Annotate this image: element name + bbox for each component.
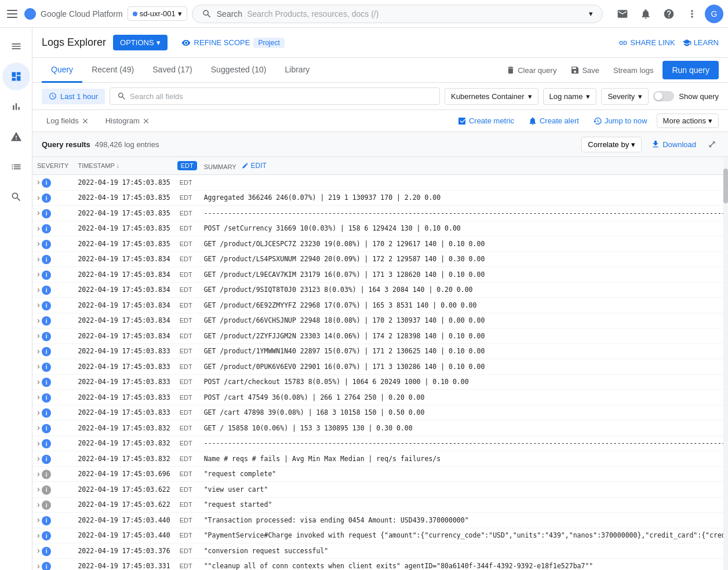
table-row[interactable]: › i 2022-04-19 17:45:03.835 EDT --------… <box>32 206 728 221</box>
project-selector[interactable]: sd-uxr-001 ▾ <box>128 6 187 21</box>
expand-button[interactable]: ⤢ <box>705 136 719 153</box>
jump-to-now-button[interactable]: Jump to now <box>588 114 652 128</box>
expand-arrow[interactable]: › <box>37 193 40 202</box>
hamburger-menu[interactable] <box>5 7 19 21</box>
table-row[interactable]: › i 2022-04-19 17:45:03.834 EDT GET /pro… <box>32 251 728 267</box>
sidebar-search-icon[interactable] <box>2 183 30 211</box>
share-link-button[interactable]: SHARE LINK <box>618 38 675 48</box>
expand-arrow[interactable]: › <box>37 454 40 463</box>
show-query-toggle[interactable]: Show query <box>653 91 719 101</box>
search-expand-icon[interactable]: ▾ <box>589 9 593 18</box>
clear-query-button[interactable]: Clear query <box>501 63 561 77</box>
table-row[interactable]: › i 2022-04-19 17:45:03.622 EDT "view us… <box>32 482 728 498</box>
expand-arrow[interactable]: › <box>37 177 40 187</box>
expand-arrow[interactable]: › <box>37 469 40 478</box>
table-row[interactable]: › i 2022-04-19 17:45:03.835 EDT Aggregat… <box>32 190 728 206</box>
tab-recent[interactable]: Recent (49) <box>82 58 143 83</box>
kubernetes-filter-chip[interactable]: Kubernetes Container ▾ <box>445 88 538 105</box>
email-icon-btn[interactable] <box>612 3 633 24</box>
expand-arrow[interactable]: › <box>37 392 40 401</box>
expand-arrow[interactable]: › <box>37 361 40 371</box>
expand-arrow[interactable]: › <box>37 515 40 524</box>
table-row[interactable]: › i 2022-04-19 17:45:03.696 EDT "request… <box>32 466 728 482</box>
expand-arrow[interactable]: › <box>37 269 40 279</box>
create-alert-button[interactable]: Create alert <box>523 114 584 128</box>
scrollbar-thumb[interactable] <box>723 169 728 203</box>
table-row[interactable]: › i 2022-04-19 17:45:03.376 EDT "convers… <box>32 543 728 559</box>
download-button[interactable]: Download <box>646 137 701 152</box>
table-row[interactable]: › i 2022-04-19 17:45:03.834 EDT GET /pro… <box>32 282 728 298</box>
severity-filter-chip[interactable]: Severity ▾ <box>601 88 649 105</box>
table-row[interactable]: › i 2022-04-19 17:45:03.622 EDT "request… <box>32 497 728 513</box>
expand-arrow[interactable]: › <box>37 500 40 509</box>
expand-arrow[interactable]: › <box>37 408 40 417</box>
expand-arrow[interactable]: › <box>37 285 40 294</box>
sidebar-bar-chart-icon[interactable] <box>2 93 30 120</box>
stream-logs-button[interactable]: Stream logs <box>609 64 658 77</box>
options-button[interactable]: OPTIONS ▾ <box>113 35 168 50</box>
sidebar-dashboard-icon[interactable] <box>2 63 30 90</box>
run-query-button[interactable]: Run query <box>663 61 719 79</box>
table-row[interactable]: › i 2022-04-19 17:45:03.833 EDT GET /pro… <box>32 359 728 375</box>
table-row[interactable]: › i 2022-04-19 17:45:03.833 EDT GET /car… <box>32 405 728 421</box>
histogram-button[interactable]: Histogram <box>101 114 155 127</box>
table-row[interactable]: › i 2022-04-19 17:45:03.834 EDT GET /pro… <box>32 298 728 313</box>
tab-library[interactable]: Library <box>276 58 319 83</box>
expand-arrow[interactable]: › <box>37 377 40 386</box>
table-row[interactable]: › i 2022-04-19 17:45:03.835 EDT POST /se… <box>32 221 728 236</box>
sidebar-alert-icon[interactable] <box>2 123 30 151</box>
expand-arrow[interactable]: › <box>37 316 40 325</box>
tab-query[interactable]: Query <box>42 58 82 83</box>
tab-saved[interactable]: Saved (17) <box>143 58 201 83</box>
table-row[interactable]: › i 2022-04-19 17:45:03.832 EDT --------… <box>32 436 728 451</box>
expand-arrow[interactable]: › <box>37 439 40 448</box>
expand-arrow[interactable]: › <box>37 254 40 264</box>
tab-suggested[interactable]: Suggested (10) <box>202 58 276 83</box>
table-row[interactable]: › i 2022-04-19 17:45:03.833 EDT POST /ca… <box>32 390 728 405</box>
expand-arrow[interactable]: › <box>37 224 40 233</box>
expand-arrow[interactable]: › <box>37 239 40 248</box>
log-name-filter-chip[interactable]: Log name ▾ <box>543 88 597 105</box>
timestamp-header[interactable]: TIMESTAMP ↓ <box>73 157 174 175</box>
learn-button[interactable]: LEARN <box>682 38 719 48</box>
table-row[interactable]: › i 2022-04-19 17:45:03.834 EDT GET /pro… <box>32 313 728 328</box>
expand-arrow[interactable]: › <box>37 546 40 555</box>
expand-arrow[interactable]: › <box>37 331 40 340</box>
expand-arrow[interactable]: › <box>37 346 40 356</box>
more-options-icon-btn[interactable] <box>682 3 702 24</box>
sidebar-menu-icon[interactable] <box>2 32 30 60</box>
table-row[interactable]: › i 2022-04-19 17:45:03.440 EDT "Payment… <box>32 528 728 543</box>
refine-scope-button[interactable]: REFINE SCOPE Project <box>181 38 285 48</box>
more-actions-button[interactable]: More actions ▾ <box>657 114 719 128</box>
table-row[interactable]: › i 2022-04-19 17:45:03.833 EDT POST /ca… <box>32 374 728 390</box>
table-row[interactable]: › i 2022-04-19 17:45:03.440 EDT "Transac… <box>32 513 728 528</box>
time-filter-button[interactable]: Last 1 hour <box>42 89 105 104</box>
table-row[interactable]: › i 2022-04-19 17:45:03.835 EDT GET /pro… <box>32 236 728 252</box>
gcp-logo[interactable]: Google Cloud Platform <box>23 7 123 21</box>
save-button[interactable]: Save <box>566 63 604 77</box>
expand-arrow[interactable]: › <box>37 484 40 494</box>
table-row[interactable]: › i 2022-04-19 17:45:03.834 EDT GET /pro… <box>32 328 728 344</box>
search-all-fields-input[interactable]: Search all fields <box>110 87 440 105</box>
avatar[interactable]: G <box>705 5 723 23</box>
expand-arrow[interactable]: › <box>37 531 40 540</box>
scrollbar[interactable] <box>723 157 728 570</box>
toggle-track[interactable] <box>653 91 674 101</box>
table-row[interactable]: › i 2022-04-19 17:45:03.835 EDT <box>32 175 728 191</box>
global-search-bar[interactable]: Search Search Products, resources, docs … <box>192 5 603 23</box>
create-metric-button[interactable]: Create metric <box>453 114 519 128</box>
sidebar-list-icon[interactable] <box>2 153 30 181</box>
expand-arrow[interactable]: › <box>37 300 40 309</box>
help-icon-btn[interactable] <box>658 3 679 24</box>
table-row[interactable]: › i 2022-04-19 17:45:03.331 EDT ""cleanu… <box>32 558 728 570</box>
expand-arrow[interactable]: › <box>37 208 40 217</box>
expand-arrow[interactable]: › <box>37 423 40 432</box>
table-row[interactable]: › i 2022-04-19 17:45:03.833 EDT GET /pro… <box>32 344 728 359</box>
notifications-icon-btn[interactable] <box>635 3 656 24</box>
correlate-by-button[interactable]: Correlate by ▾ <box>581 137 642 152</box>
table-row[interactable]: › i 2022-04-19 17:45:03.834 EDT GET /pro… <box>32 267 728 283</box>
table-row[interactable]: › i 2022-04-19 17:45:03.832 EDT Name # r… <box>32 451 728 467</box>
log-fields-button[interactable]: Log fields <box>42 114 94 127</box>
expand-arrow[interactable]: › <box>37 561 40 571</box>
edit-badge[interactable]: EDIT <box>238 160 270 171</box>
